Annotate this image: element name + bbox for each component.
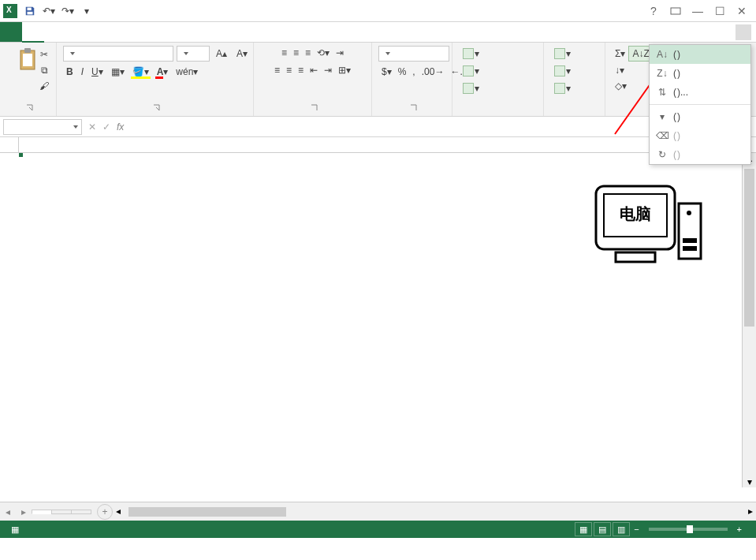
minimize-button[interactable]: — (687, 2, 709, 20)
menu-sort-ascending[interactable]: A↓() (650, 45, 750, 64)
number-format-combo[interactable] (378, 46, 449, 62)
group-cells: ▾ ▾ ▾ (544, 43, 605, 116)
align-left-button[interactable]: ≡ (271, 63, 283, 77)
undo-button[interactable]: ↶▾ (39, 2, 58, 20)
tab-review[interactable] (132, 22, 155, 42)
decoration-text-top: 电脑 (620, 205, 651, 222)
clear-filter-icon: ⌫ (656, 129, 668, 142)
delete-cells-button[interactable]: ▾ (550, 63, 574, 79)
fill-color-button[interactable]: 🪣▾ (129, 65, 152, 79)
help-button[interactable]: ? (642, 2, 665, 20)
horizontal-scrollbar[interactable]: ◂▸ (128, 506, 740, 518)
bold-button[interactable]: B (63, 65, 76, 79)
cancel-formula-button[interactable]: ✕ (88, 121, 96, 133)
underline-button[interactable]: U▾ (88, 65, 106, 79)
format-painter-button[interactable]: 🖌 (36, 79, 52, 93)
excel-icon (3, 4, 17, 18)
cut-button[interactable]: ✂ (36, 47, 52, 62)
fill-button[interactable]: ↓▾ (612, 63, 628, 77)
save-button[interactable] (20, 2, 39, 20)
decoration-computer-image: 电脑 (588, 180, 714, 274)
font-dialog-launcher[interactable] (153, 104, 161, 112)
phonetic-button[interactable]: wén▾ (173, 65, 201, 79)
sheet-tab-2[interactable] (51, 510, 72, 514)
merge-button[interactable]: ⊞▾ (335, 63, 354, 77)
login-link[interactable] (732, 22, 756, 42)
increase-font-button[interactable]: A▴ (213, 46, 230, 62)
enter-formula-button[interactable]: ✓ (102, 121, 110, 133)
tab-home[interactable] (22, 22, 44, 43)
tab-page-layout[interactable] (66, 22, 88, 42)
ribbon: ✂ ⧉ 🖌 A▴ A▾ B I U▾ ▦▾ 🪣▾ A▾ wén▾ (0, 43, 756, 117)
zoom-in-button[interactable]: + (737, 525, 742, 534)
cell-styles-button[interactable]: ▾ (459, 80, 482, 96)
comma-button[interactable]: , (409, 65, 418, 79)
increase-indent-button[interactable]: ⇥ (321, 63, 335, 77)
clear-button[interactable]: ◇▾ (612, 79, 630, 93)
menu-reapply: ↻() (650, 145, 750, 164)
redo-button[interactable]: ↷▾ (58, 2, 77, 20)
align-center-button[interactable]: ≡ (283, 63, 295, 77)
border-button[interactable]: ▦▾ (108, 65, 128, 79)
sheet-tab-3[interactable] (71, 510, 91, 514)
close-button[interactable]: ✕ (731, 2, 753, 20)
currency-button[interactable]: $▾ (378, 65, 395, 79)
ribbon-display-button[interactable] (665, 2, 687, 20)
new-sheet-button[interactable]: + (97, 504, 113, 520)
italic-button[interactable]: I (78, 65, 87, 79)
zoom-out-button[interactable]: − (634, 525, 639, 534)
font-color-button[interactable]: A▾ (154, 65, 172, 79)
format-cells-button[interactable]: ▾ (550, 80, 574, 96)
align-dialog-launcher[interactable] (311, 104, 318, 112)
autosum-button[interactable]: Σ▾ (612, 46, 628, 62)
status-bar: ▦ ▦ ▤ ▥ − + (0, 521, 756, 538)
orientation-button[interactable]: ⟲▾ (314, 46, 333, 60)
font-name-combo[interactable] (63, 46, 173, 62)
percent-button[interactable]: % (395, 65, 410, 79)
format-as-table-button[interactable]: ▾ (459, 63, 482, 79)
tab-view[interactable] (155, 22, 177, 42)
decrease-font-button[interactable]: A▾ (233, 46, 251, 62)
tab-insert[interactable] (44, 22, 66, 42)
align-bottom-button[interactable]: ≡ (302, 46, 314, 60)
fx-icon[interactable]: fx (117, 121, 124, 133)
zoom-slider[interactable] (649, 528, 728, 531)
decrease-indent-button[interactable]: ⇤ (307, 63, 321, 77)
menu-sort-descending[interactable]: Z↓() (650, 64, 750, 83)
cells-area[interactable]: 电脑 (19, 153, 742, 487)
sheet-nav-prev[interactable]: ◂ (0, 506, 16, 517)
sheet-nav-next[interactable]: ▸ (16, 506, 32, 517)
menu-filter[interactable]: ▾() (650, 107, 750, 126)
font-size-combo[interactable] (177, 46, 210, 62)
vertical-scrollbar[interactable]: ▴▾ (742, 153, 756, 487)
select-all-corner[interactable] (0, 137, 19, 152)
svg-rect-4 (24, 48, 31, 53)
number-dialog-launcher[interactable] (410, 104, 418, 112)
name-box[interactable] (3, 119, 82, 135)
view-page-break-button[interactable]: ▥ (613, 522, 630, 536)
worksheet-grid[interactable]: 电脑 ▴▾ (0, 137, 756, 502)
align-right-button[interactable]: ≡ (295, 63, 307, 77)
clipboard-dialog-launcher[interactable] (26, 104, 34, 112)
horizontal-scroll-thumb[interactable] (128, 507, 286, 517)
sheet-tab-1[interactable] (32, 510, 52, 514)
increase-decimal-button[interactable]: .00→ (419, 65, 448, 79)
maximize-button[interactable]: ☐ (709, 2, 731, 20)
view-normal-button[interactable]: ▦ (575, 522, 592, 536)
qat-customize-button[interactable]: ▾ (77, 2, 96, 20)
conditional-formatting-button[interactable]: ▾ (459, 46, 482, 62)
insert-cells-button[interactable]: ▾ (550, 46, 574, 62)
svg-rect-2 (671, 8, 680, 14)
group-alignment: ≡ ≡ ≡ ⟲▾ ⇥ ≡ ≡ ≡ ⇤ ⇥ ⊞▾ (254, 43, 372, 116)
view-page-layout-button[interactable]: ▤ (594, 522, 611, 536)
menu-custom-sort[interactable]: ⇅()... (650, 83, 750, 102)
align-top-button[interactable]: ≡ (278, 46, 290, 60)
wrap-text-button[interactable]: ⇥ (333, 46, 347, 60)
tab-data[interactable] (110, 22, 132, 42)
align-middle-button[interactable]: ≡ (290, 46, 302, 60)
vertical-scroll-thumb[interactable] (744, 169, 754, 327)
copy-button[interactable]: ⧉ (36, 63, 52, 77)
macro-record-icon[interactable]: ▦ (11, 525, 19, 535)
tab-file[interactable] (0, 22, 22, 42)
tab-formulas[interactable] (88, 22, 110, 42)
